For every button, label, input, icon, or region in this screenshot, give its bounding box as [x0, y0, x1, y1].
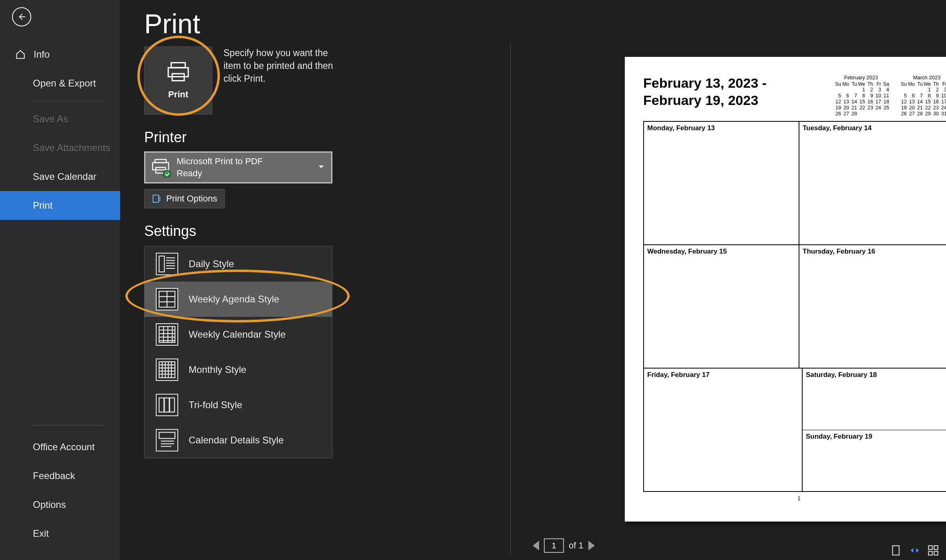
- pagination: of 1: [533, 538, 595, 553]
- nav-office-account[interactable]: Office Account: [0, 433, 120, 461]
- printer-status: Ready: [177, 168, 263, 179]
- nav-label: Open & Export: [33, 78, 96, 89]
- separator: [32, 101, 106, 101]
- mini-calendar: February 2023SuMoTuWeThFrSa1234567891011…: [833, 75, 889, 117]
- prev-page-button[interactable]: [533, 541, 539, 550]
- nav-label: Save Calendar: [33, 171, 97, 182]
- nav-label: Exit: [33, 528, 49, 539]
- day-cell-friday: Friday, February 17: [644, 368, 802, 492]
- svg-rect-0: [171, 63, 185, 68]
- svg-rect-37: [159, 432, 175, 438]
- printer-name: Microsoft Print to PDF: [177, 156, 263, 167]
- fit-page-icon[interactable]: [909, 545, 920, 556]
- total-pages: 1: [578, 540, 583, 550]
- nav-exit[interactable]: Exit: [0, 519, 120, 548]
- preview-page-number: 1: [643, 495, 946, 502]
- style-label: Daily Style: [189, 258, 234, 270]
- next-page-button[interactable]: [588, 541, 595, 550]
- nav-feedback[interactable]: Feedback: [0, 461, 120, 490]
- preview-title-line1: February 13, 2023 -: [643, 75, 767, 91]
- page-title: Print: [144, 8, 922, 39]
- svg-rect-45: [934, 551, 938, 555]
- chevron-down-icon: [318, 163, 325, 172]
- preview-title-line2: February 19, 2023: [643, 93, 758, 108]
- vertical-divider: [510, 42, 511, 555]
- print-button-label: Print: [168, 89, 188, 100]
- nav-label: Save Attachments: [33, 142, 110, 153]
- page-number-input[interactable]: [544, 538, 564, 553]
- print-button[interactable]: Print: [144, 46, 212, 115]
- style-weekly-agenda[interactable]: Weekly Agenda Style: [145, 282, 332, 317]
- check-icon: [163, 170, 171, 178]
- nav-info[interactable]: Info: [0, 40, 120, 69]
- style-weekly-calendar[interactable]: Weekly Calendar Style: [145, 317, 332, 352]
- svg-rect-34: [159, 398, 164, 412]
- style-list: Daily Style Weekly Agenda Style Weekly C…: [144, 246, 332, 458]
- weekly-calendar-icon: [156, 323, 178, 346]
- svg-rect-44: [928, 551, 932, 555]
- nav-label: Office Account: [33, 441, 95, 453]
- nav-save-attachments: Save Attachments: [0, 133, 120, 162]
- mini-calendar: March 2023SuMoTuWeThFrSa1234567891011121…: [899, 75, 946, 117]
- style-trifold[interactable]: Tri-fold Style: [145, 387, 332, 423]
- nav-open-export[interactable]: Open & Export: [0, 69, 120, 98]
- print-options-icon: [152, 194, 161, 203]
- printer-icon: [166, 61, 190, 82]
- zoom-controls: [891, 545, 939, 556]
- style-label: Weekly Agenda Style: [189, 294, 279, 305]
- print-description: Specify how you want the item to be prin…: [223, 46, 336, 85]
- backstage-sidebar: Info Open & Export Save As Save Attachme…: [0, 0, 120, 560]
- svg-rect-36: [170, 398, 175, 412]
- multi-page-icon[interactable]: [928, 545, 939, 556]
- mini-calendars: February 2023SuMoTuWeThFrSa1234567891011…: [833, 75, 946, 117]
- nav-options[interactable]: Options: [0, 490, 120, 519]
- nav-save-as: Save As: [0, 105, 120, 133]
- svg-rect-35: [164, 398, 169, 412]
- nav-label: Feedback: [33, 470, 75, 481]
- nav-label: Info: [34, 49, 50, 60]
- back-button[interactable]: [12, 7, 31, 26]
- svg-rect-7: [159, 256, 164, 272]
- style-daily[interactable]: Daily Style: [145, 246, 332, 282]
- svg-rect-4: [153, 163, 169, 170]
- day-cell-wednesday: Wednesday, February 15: [644, 245, 799, 368]
- printer-dropdown[interactable]: Microsoft Print to PDF Ready: [144, 151, 332, 183]
- separator: [32, 425, 104, 425]
- of-word: of: [569, 540, 576, 550]
- settings-heading-label: Settings: [144, 223, 196, 240]
- style-label: Tri-fold Style: [189, 399, 242, 411]
- day-cell-sunday: Sunday, February 19: [803, 430, 946, 492]
- trifold-style-icon: [156, 394, 178, 416]
- preview-title: February 13, 2023 - February 19, 2023: [643, 75, 767, 109]
- printer-heading-label: Printer: [144, 129, 187, 146]
- style-label: Weekly Calendar Style: [189, 329, 286, 340]
- svg-rect-25: [159, 362, 175, 378]
- content-area: Print Print Specify how you want the ite…: [120, 0, 946, 560]
- nav-save-calendar[interactable]: Save Calendar: [0, 162, 120, 191]
- style-monthly[interactable]: Monthly Style: [145, 352, 332, 387]
- day-cell-saturday: Saturday, February 18: [803, 369, 946, 430]
- nav-print[interactable]: Print: [0, 191, 120, 220]
- actual-size-icon[interactable]: [891, 545, 902, 556]
- print-options-button[interactable]: Print Options: [144, 189, 225, 208]
- monthly-style-icon: [156, 359, 178, 381]
- day-cell-thursday: Thursday, February 16: [799, 245, 946, 368]
- of-label: of 1: [569, 540, 584, 551]
- day-cell-monday: Monday, February 13: [644, 121, 799, 245]
- svg-rect-42: [928, 546, 932, 549]
- svg-rect-43: [934, 546, 938, 549]
- style-label: Calendar Details Style: [189, 435, 284, 446]
- weekend-split: Saturday, February 18 Sunday, February 1…: [802, 368, 946, 492]
- print-preview: February 13, 2023 - February 19, 2023 Fe…: [625, 57, 946, 542]
- style-calendar-details[interactable]: Calendar Details Style: [145, 423, 332, 458]
- printer-icon: [152, 159, 169, 176]
- svg-rect-41: [893, 546, 899, 555]
- calendar-details-icon: [156, 429, 178, 451]
- svg-rect-6: [153, 195, 159, 202]
- weekly-agenda-icon: [156, 288, 178, 310]
- svg-rect-1: [168, 68, 188, 77]
- week-grid: Monday, February 13 Tuesday, February 14…: [643, 121, 946, 492]
- preview-page: February 13, 2023 - February 19, 2023 Fe…: [625, 57, 946, 522]
- nav-label: Print: [33, 200, 52, 211]
- nav-label: Options: [33, 499, 66, 510]
